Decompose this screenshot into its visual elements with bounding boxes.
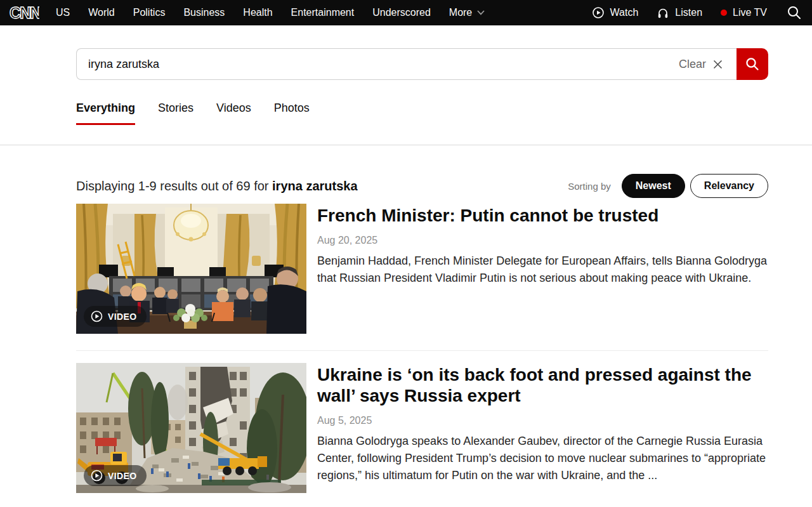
nav-item-entertainment[interactable]: Entertainment	[291, 7, 355, 18]
result-2-description: Bianna Golodryga speaks to Alexander Gau…	[317, 433, 768, 484]
video-badge: VIDEO	[84, 306, 147, 327]
result-1-thumbnail[interactable]: VIDEO	[76, 204, 306, 334]
watch-label: Watch	[610, 7, 639, 18]
nav-item-business[interactable]: Business	[183, 7, 225, 18]
live-tv-label: Live TV	[733, 7, 767, 18]
play-circle-icon	[91, 310, 103, 322]
results-header: Displaying 1-9 results out of 69 for iry…	[76, 174, 768, 198]
tab-videos[interactable]: Videos	[216, 102, 251, 125]
submit-search-button[interactable]	[737, 48, 768, 80]
nav-item-health[interactable]: Health	[243, 7, 272, 18]
search-icon	[787, 5, 802, 20]
results-summary-prefix: Displaying 1-9 results out of 69 for	[76, 179, 272, 193]
chevron-down-icon	[477, 10, 485, 15]
nav-right: Watch Listen Live TV	[592, 5, 802, 20]
results-summary-query: iryna zarutska	[272, 179, 358, 193]
result-item-1: VIDEO French Minister: Putin cannot be t…	[76, 204, 768, 334]
top-nav: CNN US World Politics Business Health En…	[0, 0, 812, 25]
tabs-divider	[0, 145, 812, 145]
result-2-thumbnail[interactable]: VIDEO	[76, 363, 306, 493]
video-badge: VIDEO	[84, 465, 147, 486]
video-badge-label: VIDEO	[108, 471, 137, 481]
nav-more-label: More	[449, 7, 472, 18]
tab-stories[interactable]: Stories	[158, 102, 193, 125]
nav-item-world[interactable]: World	[88, 7, 115, 18]
result-2-content: Ukraine is ‘on its back foot and pressed…	[317, 363, 768, 493]
search-input[interactable]	[88, 58, 676, 71]
nav-item-underscored[interactable]: Underscored	[372, 7, 431, 18]
x-icon	[713, 60, 723, 69]
tab-photos[interactable]: Photos	[274, 102, 310, 125]
play-circle-icon	[592, 6, 605, 19]
cnn-logo-icon: CNN	[9, 3, 39, 22]
cnn-logo[interactable]: CNN	[9, 3, 39, 22]
result-divider	[76, 350, 768, 351]
results-section: Displaying 1-9 results out of 69 for iry…	[76, 174, 768, 493]
nav-search-button[interactable]	[787, 5, 802, 20]
search-input-wrap: Clear	[76, 48, 737, 80]
live-tv-button[interactable]: Live TV	[721, 7, 767, 18]
search-icon	[745, 56, 760, 72]
clear-search-button[interactable]: Clear	[676, 58, 725, 71]
result-1-date: Aug 20, 2025	[317, 235, 768, 246]
result-item-2: VIDEO Ukraine is ‘on its back foot and p…	[76, 363, 768, 493]
video-badge-label: VIDEO	[108, 312, 137, 322]
search-bar: Clear	[76, 48, 768, 80]
sorting-controls: Sorting by Newest Relevancy	[568, 174, 768, 198]
search-tabs: Everything Stories Videos Photos	[76, 102, 768, 125]
result-1-description: Benjamin Haddad, French Minister Delegat…	[317, 253, 768, 287]
clear-label: Clear	[679, 58, 706, 71]
tab-everything[interactable]: Everything	[76, 102, 135, 125]
nav-menu: US World Politics Business Health Entert…	[56, 7, 485, 18]
watch-button[interactable]: Watch	[592, 6, 639, 19]
nav-item-politics[interactable]: Politics	[133, 7, 166, 18]
result-2-date: Aug 5, 2025	[317, 415, 768, 426]
sort-relevancy-button[interactable]: Relevancy	[690, 174, 768, 198]
headphones-icon	[657, 6, 669, 19]
result-1-title[interactable]: French Minister: Putin cannot be trusted	[317, 205, 768, 226]
nav-item-us[interactable]: US	[56, 7, 70, 18]
results-summary: Displaying 1-9 results out of 69 for iry…	[76, 179, 358, 194]
sorting-by-label: Sorting by	[568, 181, 611, 192]
listen-label: Listen	[675, 7, 702, 18]
sort-newest-button[interactable]: Newest	[622, 174, 685, 198]
result-1-content: French Minister: Putin cannot be trusted…	[317, 204, 768, 334]
listen-button[interactable]: Listen	[657, 6, 702, 19]
svg-text:CNN: CNN	[10, 4, 39, 22]
nav-more-button[interactable]: More	[449, 7, 485, 18]
result-2-title[interactable]: Ukraine is ‘on its back foot and pressed…	[317, 364, 768, 406]
play-circle-icon	[91, 470, 103, 482]
live-dot-icon	[721, 10, 727, 16]
